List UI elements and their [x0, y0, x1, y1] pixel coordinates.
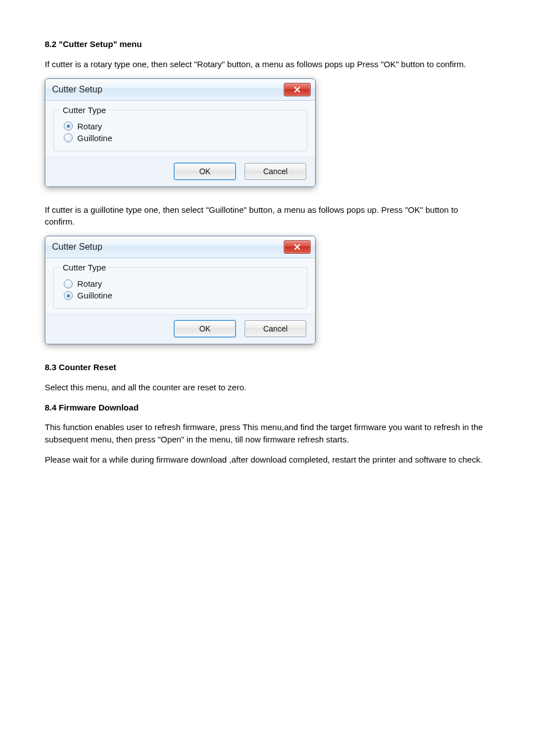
paragraph-rotary: If cutter is a rotary type one, then sel…: [45, 58, 489, 71]
radio-option-guillotine[interactable]: Guillotine: [64, 291, 300, 300]
close-button[interactable]: [284, 83, 311, 96]
radio-icon: [64, 133, 73, 142]
paragraph-firmware-2: Please wait for a while during firmware …: [45, 454, 489, 466]
document-page: 8.2 "Cutter Setup" menu If cutter is a r…: [0, 0, 534, 507]
dialog-body: Cutter Type Rotary Guillotine: [45, 101, 315, 157]
dialog-titlebar: Cutter Setup: [45, 79, 315, 101]
dialog-titlebar: Cutter Setup: [45, 236, 315, 258]
dialog-button-row: OK Cancel: [45, 314, 315, 344]
cancel-button[interactable]: Cancel: [245, 320, 306, 337]
radio-label: Rotary: [77, 122, 102, 131]
dialog-title: Cutter Setup: [52, 242, 102, 252]
close-button[interactable]: [284, 240, 311, 254]
dialog-title: Cutter Setup: [52, 85, 102, 95]
dialog-body: Cutter Type Rotary Guillotine: [45, 258, 315, 314]
paragraph-guillotine-part1: If cutter is a guillotine type one, then…: [45, 205, 402, 214]
cutter-type-group: Cutter Type Rotary Guillotine: [53, 105, 307, 151]
dialog-button-row: OK Cancel: [45, 157, 315, 186]
radio-label: Guillotine: [77, 133, 113, 143]
radio-option-guillotine[interactable]: Guillotine: [64, 133, 300, 143]
radio-label: Rotary: [77, 279, 102, 288]
cutter-type-legend: Cutter Type: [60, 263, 108, 272]
radio-option-rotary[interactable]: Rotary: [64, 279, 300, 288]
close-icon: [293, 243, 301, 251]
paragraph-rotary-part2: Press "OK" button to confirm.: [357, 59, 466, 69]
ok-button[interactable]: OK: [174, 163, 236, 180]
cutter-type-legend: Cutter Type: [60, 105, 108, 115]
cancel-button[interactable]: Cancel: [245, 163, 306, 180]
paragraph-counter-reset: Select this menu, and all the counter ar…: [45, 381, 489, 394]
ok-button[interactable]: OK: [174, 320, 236, 337]
heading-firmware-download: 8.4 Firmware Download: [45, 402, 489, 414]
close-icon: [293, 86, 301, 94]
paragraph-rotary-part1: If cutter is a rotary type one, then sel…: [45, 59, 354, 69]
paragraph-firmware-1: This function enables user to refresh fi…: [45, 421, 489, 446]
cutter-setup-dialog-guillotine: Cutter Setup Cutter Type Rotary Guilloti…: [45, 236, 316, 344]
paragraph-guillotine: If cutter is a guillotine type one, then…: [45, 204, 489, 228]
radio-label: Guillotine: [77, 291, 113, 300]
radio-option-rotary[interactable]: Rotary: [64, 122, 300, 131]
heading-counter-reset: 8.3 Counter Reset: [45, 361, 489, 374]
radio-icon: [64, 279, 73, 288]
cutter-type-group: Cutter Type Rotary Guillotine: [53, 263, 307, 309]
heading-cutter-setup-menu: 8.2 "Cutter Setup" menu: [45, 38, 489, 50]
radio-icon: [64, 122, 73, 130]
radio-icon: [64, 291, 73, 300]
cutter-setup-dialog-rotary: Cutter Setup Cutter Type Rotary Guilloti…: [45, 78, 316, 187]
